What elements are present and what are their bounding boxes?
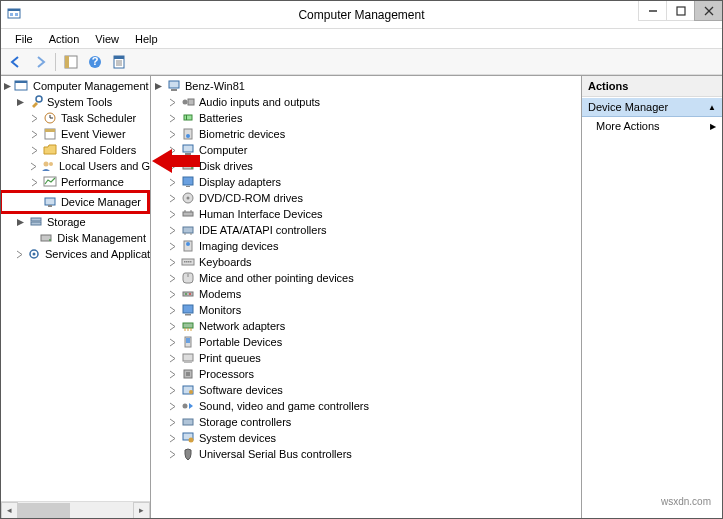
svg-rect-2 xyxy=(10,13,13,16)
show-hide-tree-button[interactable] xyxy=(60,51,82,73)
device-category[interactable]: Print queues xyxy=(151,350,581,366)
category-icon xyxy=(180,270,196,286)
svg-rect-24 xyxy=(45,129,55,132)
device-category[interactable]: IDE ATA/ATAPI controllers xyxy=(151,222,581,238)
device-tree[interactable]: Benz-Win81 Audio inputs and outputsBatte… xyxy=(151,76,581,518)
category-label: Software devices xyxy=(199,384,283,396)
tree-label: Disk Management xyxy=(57,232,146,244)
scroll-left-button[interactable]: ◂ xyxy=(1,502,18,519)
properties-button[interactable] xyxy=(108,51,130,73)
menu-view[interactable]: View xyxy=(87,31,127,47)
expand-icon[interactable] xyxy=(15,249,24,260)
expand-icon[interactable] xyxy=(167,417,178,428)
expand-icon[interactable] xyxy=(167,193,178,204)
expand-icon[interactable] xyxy=(29,161,38,172)
expand-icon[interactable] xyxy=(29,145,40,156)
tree-disk-management[interactable]: Disk Management xyxy=(1,230,150,246)
scroll-thumb[interactable] xyxy=(18,503,70,518)
expand-icon[interactable] xyxy=(167,113,178,124)
expand-icon[interactable] xyxy=(29,177,40,188)
collapse-icon[interactable] xyxy=(15,217,26,228)
expand-icon[interactable] xyxy=(29,113,40,124)
collapse-icon[interactable] xyxy=(15,97,26,108)
device-category[interactable]: Audio inputs and outputs xyxy=(151,94,581,110)
category-icon xyxy=(180,238,196,254)
expand-icon[interactable] xyxy=(167,241,178,252)
device-category[interactable]: Keyboards xyxy=(151,254,581,270)
device-category[interactable]: Biometric devices xyxy=(151,126,581,142)
actions-more-actions[interactable]: More Actions ▶ xyxy=(582,117,722,135)
tree-performance[interactable]: Performance xyxy=(1,174,150,190)
expand-icon[interactable] xyxy=(167,321,178,332)
device-category[interactable]: System devices xyxy=(151,430,581,446)
device-category[interactable]: Human Interface Devices xyxy=(151,206,581,222)
expand-icon[interactable] xyxy=(167,177,178,188)
svg-rect-13 xyxy=(114,56,124,59)
category-icon xyxy=(180,222,196,238)
device-category[interactable]: Monitors xyxy=(151,302,581,318)
device-category[interactable]: Portable Devices xyxy=(151,334,581,350)
tree-device-manager[interactable]: Device Manager xyxy=(4,194,145,210)
expand-icon[interactable] xyxy=(167,385,178,396)
tree-system-tools[interactable]: System Tools xyxy=(1,94,150,110)
menu-action[interactable]: Action xyxy=(41,31,88,47)
expand-icon[interactable] xyxy=(167,337,178,348)
expand-icon[interactable] xyxy=(167,273,178,284)
device-category[interactable]: Software devices xyxy=(151,382,581,398)
console-tree[interactable]: Computer Management (Local System Tools … xyxy=(1,76,150,501)
device-category[interactable]: Network adapters xyxy=(151,318,581,334)
tree-task-scheduler[interactable]: Task Scheduler xyxy=(1,110,150,126)
maximize-button[interactable] xyxy=(666,1,694,21)
device-category[interactable]: Processors xyxy=(151,366,581,382)
tree-event-viewer[interactable]: Event Viewer xyxy=(1,126,150,142)
expand-icon[interactable] xyxy=(29,129,40,140)
device-category[interactable]: Imaging devices xyxy=(151,238,581,254)
expand-icon[interactable] xyxy=(167,225,178,236)
device-category[interactable]: Modems xyxy=(151,286,581,302)
help-button[interactable]: ? xyxy=(84,51,106,73)
expand-icon[interactable] xyxy=(167,433,178,444)
tree-storage[interactable]: Storage xyxy=(1,214,150,230)
tree-local-users[interactable]: Local Users and Groups xyxy=(1,158,150,174)
expand-icon[interactable] xyxy=(167,305,178,316)
tree-services-apps[interactable]: Services and Applications xyxy=(1,246,150,262)
device-category[interactable]: Sound, video and game controllers xyxy=(151,398,581,414)
expand-icon[interactable] xyxy=(167,97,178,108)
device-category[interactable]: Batteries xyxy=(151,110,581,126)
category-label: Batteries xyxy=(199,112,242,124)
expand-icon[interactable] xyxy=(167,289,178,300)
close-button[interactable] xyxy=(694,1,722,21)
nav-forward-button[interactable] xyxy=(29,51,51,73)
nav-back-button[interactable] xyxy=(5,51,27,73)
left-pane-hscroll[interactable]: ◂ ▸ xyxy=(1,501,150,518)
device-category[interactable]: Mice and other pointing devices xyxy=(151,270,581,286)
device-tree-root[interactable]: Benz-Win81 xyxy=(151,78,581,94)
device-category[interactable]: Computer xyxy=(151,142,581,158)
menu-file[interactable]: File xyxy=(7,31,41,47)
menu-help[interactable]: Help xyxy=(127,31,166,47)
device-category[interactable]: Storage controllers xyxy=(151,414,581,430)
device-category[interactable]: Universal Serial Bus controllers xyxy=(151,446,581,462)
tree-shared-folders[interactable]: Shared Folders xyxy=(1,142,150,158)
tree-root-computer-management[interactable]: Computer Management (Local xyxy=(1,78,150,94)
expand-icon[interactable] xyxy=(167,401,178,412)
expand-icon[interactable] xyxy=(167,257,178,268)
menubar: File Action View Help xyxy=(1,29,722,49)
minimize-button[interactable] xyxy=(638,1,666,21)
device-category[interactable]: Display adapters xyxy=(151,174,581,190)
collapse-icon[interactable] xyxy=(3,81,12,92)
expand-icon[interactable] xyxy=(167,209,178,220)
tree-label: Local Users and Groups xyxy=(59,160,150,172)
actions-context-title[interactable]: Device Manager ▲ xyxy=(582,97,722,117)
svg-rect-1 xyxy=(8,9,20,11)
scroll-right-button[interactable]: ▸ xyxy=(133,502,150,519)
device-category[interactable]: DVD/CD-ROM drives xyxy=(151,190,581,206)
expand-icon[interactable] xyxy=(167,449,178,460)
svg-rect-71 xyxy=(183,323,193,328)
device-category[interactable]: Disk drives xyxy=(151,158,581,174)
scroll-track[interactable] xyxy=(18,502,133,519)
expand-icon[interactable] xyxy=(167,353,178,364)
expand-icon[interactable] xyxy=(167,369,178,380)
expand-icon[interactable] xyxy=(167,129,178,140)
collapse-icon[interactable] xyxy=(153,81,164,92)
